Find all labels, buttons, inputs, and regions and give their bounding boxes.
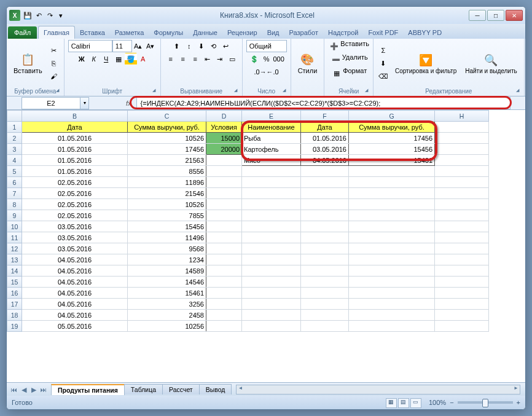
tab-abbyy[interactable]: ABBYY PD — [403, 26, 447, 39]
cell[interactable] — [206, 210, 242, 221]
tab-developer[interactable]: Разработ — [284, 26, 323, 39]
cell[interactable] — [242, 288, 301, 299]
row-header[interactable]: 7 — [7, 188, 22, 199]
tab-foxit[interactable]: Foxit PDF — [363, 26, 403, 39]
cell[interactable] — [242, 254, 301, 265]
cell[interactable]: 15461 — [349, 155, 435, 166]
cell[interactable] — [242, 199, 301, 210]
fill-color-icon[interactable]: 🪣 — [125, 53, 137, 65]
cell[interactable] — [242, 265, 301, 277]
row-header[interactable]: 10 — [7, 221, 22, 232]
cell[interactable] — [242, 177, 301, 188]
clear-icon[interactable]: ⌫ — [377, 70, 389, 82]
cell[interactable] — [349, 210, 435, 221]
cell[interactable]: 05.05.2016 — [22, 321, 128, 332]
cell[interactable]: 15456 — [349, 144, 435, 155]
cell[interactable] — [435, 155, 489, 166]
orientation-icon[interactable]: ⟲ — [208, 40, 220, 52]
cell[interactable] — [242, 221, 301, 232]
cell[interactable] — [435, 122, 489, 133]
number-format-combo[interactable] — [246, 40, 287, 52]
sheet-tab[interactable]: Продукты питания — [51, 384, 125, 395]
tab-file[interactable]: Файл — [8, 26, 37, 39]
cell[interactable] — [301, 243, 349, 254]
wrap-text-icon[interactable]: ↩ — [220, 40, 232, 52]
row-header[interactable]: 15 — [7, 277, 22, 288]
cell[interactable] — [301, 232, 349, 243]
font-name-combo[interactable] — [68, 40, 112, 52]
cell[interactable]: 7855 — [128, 210, 206, 221]
row-header[interactable]: 17 — [7, 299, 22, 310]
tab-home[interactable]: Главная — [38, 26, 75, 39]
cell[interactable] — [435, 188, 489, 199]
cell[interactable]: 21563 — [128, 155, 206, 166]
fx-icon[interactable]: fx — [126, 100, 131, 107]
cell[interactable] — [301, 210, 349, 221]
cell[interactable]: Условия — [206, 122, 242, 133]
cell[interactable] — [301, 254, 349, 265]
row-header[interactable]: 19 — [7, 321, 22, 332]
cell[interactable] — [435, 210, 489, 221]
tab-layout[interactable]: Разметка — [110, 26, 149, 39]
row-header[interactable]: 14 — [7, 265, 22, 277]
cell[interactable]: 10526 — [128, 199, 206, 210]
cell[interactable]: 04.05.2016 — [22, 310, 128, 321]
horizontal-scrollbar[interactable] — [236, 385, 520, 394]
col-header-f[interactable]: F — [301, 111, 349, 122]
cell[interactable] — [349, 321, 435, 332]
row-header[interactable]: 13 — [7, 254, 22, 265]
zoom-in-icon[interactable]: + — [517, 399, 520, 406]
row-header[interactable]: 2 — [7, 133, 22, 144]
cell[interactable] — [301, 288, 349, 299]
cell[interactable] — [242, 321, 301, 332]
cell[interactable]: 04.05.2016 — [22, 299, 128, 310]
worksheet-grid[interactable]: B C D E F G H 1 Дата Сумма выручки, руб.… — [7, 110, 525, 382]
cell[interactable] — [435, 166, 489, 177]
cell[interactable] — [435, 133, 489, 144]
cell[interactable] — [435, 221, 489, 232]
cell[interactable]: 11496 — [128, 232, 206, 243]
formula-input[interactable]: {=ИНДЕКС(A2:A29;НАИМЕНЬШИЙ(ЕСЛИ(($D$2<=C… — [136, 97, 510, 109]
sheet-tab[interactable]: Вывод — [199, 384, 232, 394]
paste-button[interactable]: 📋 Вставить — [10, 50, 45, 76]
row-header[interactable]: 1 — [7, 122, 22, 133]
col-header-c[interactable]: C — [128, 111, 206, 122]
row-header[interactable]: 8 — [7, 199, 22, 210]
cell[interactable]: 8556 — [128, 166, 206, 177]
cell[interactable] — [206, 221, 242, 232]
row-header[interactable]: 11 — [7, 232, 22, 243]
cell[interactable] — [349, 265, 435, 277]
cell[interactable]: 01.05.2016 — [22, 144, 128, 155]
cell[interactable]: 11896 — [128, 177, 206, 188]
zoom-out-icon[interactable]: − — [450, 399, 453, 406]
cell[interactable] — [435, 144, 489, 155]
cell[interactable] — [435, 310, 489, 321]
cell[interactable]: Картофель — [242, 144, 301, 155]
cell[interactable]: 15456 — [128, 221, 206, 232]
cell[interactable] — [206, 232, 242, 243]
cell[interactable] — [242, 210, 301, 221]
cell[interactable] — [206, 265, 242, 277]
align-middle-icon[interactable]: ↕ — [183, 40, 195, 52]
cell[interactable] — [301, 177, 349, 188]
cell[interactable] — [242, 243, 301, 254]
cell[interactable] — [349, 243, 435, 254]
zoom-level[interactable]: 100% — [429, 399, 446, 406]
cell[interactable] — [301, 265, 349, 277]
sheet-tab[interactable]: Таблица — [124, 384, 163, 394]
col-header-d[interactable]: D — [206, 111, 242, 122]
sheet-nav-last[interactable]: ⏭ — [39, 386, 49, 393]
cell[interactable]: 9568 — [128, 243, 206, 254]
view-layout-icon[interactable]: ▤ — [398, 398, 409, 408]
save-icon[interactable]: 💾 — [23, 10, 33, 20]
cell[interactable]: 10256 — [128, 321, 206, 332]
border-icon[interactable]: ▦ — [112, 53, 125, 65]
cell[interactable]: 04.05.2016 — [22, 288, 128, 299]
tab-formulas[interactable]: Формулы — [149, 26, 188, 39]
cell[interactable]: 21546 — [128, 188, 206, 199]
cell[interactable] — [206, 310, 242, 321]
delete-cells-label[interactable]: Удалить — [342, 53, 368, 66]
cell[interactable]: 01.05.2016 — [22, 166, 128, 177]
zoom-slider[interactable] — [458, 401, 513, 404]
row-header[interactable]: 18 — [7, 310, 22, 321]
